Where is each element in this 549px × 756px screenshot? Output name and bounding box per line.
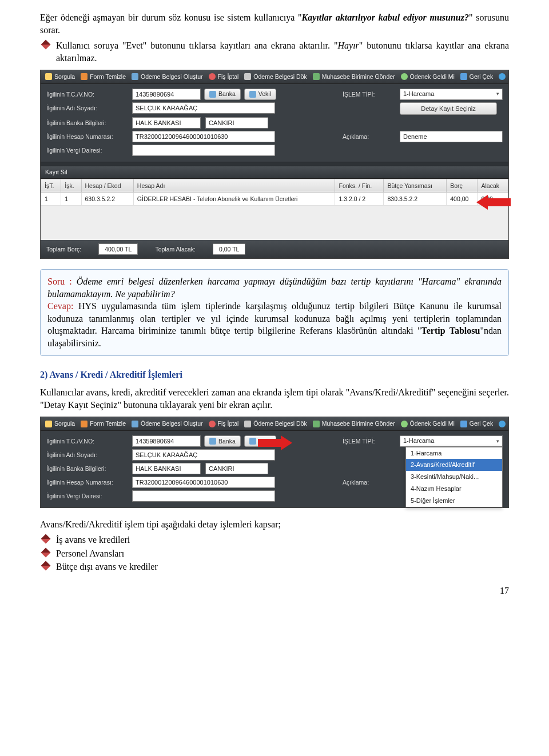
send-icon — [313, 421, 320, 427]
btn-vekil-label: Vekil — [258, 90, 271, 98]
col-borc[interactable]: Borç — [447, 179, 478, 192]
bank-icon — [209, 438, 216, 445]
cell-butce: 830.3.5.2.2 — [384, 192, 447, 205]
dd-opt-1[interactable]: 1-Harcama — [406, 447, 502, 459]
input-tcvno[interactable] — [132, 89, 201, 100]
dd-opt-2[interactable]: 2-Avans/Kredi/Akreditif — [406, 459, 502, 471]
tb2-odenek-geldi-label: Ödenek Geldi Mi — [410, 419, 455, 427]
tb-muhasebe[interactable]: Muhasebe Birimine Gönder — [313, 73, 395, 81]
tb2-odeme-olustur[interactable]: Ödeme Belgesi Oluştur — [132, 419, 203, 427]
col-hesap[interactable]: Hesap / Ekod — [81, 179, 133, 192]
tb-kilavuz-label: Kılavuz — [508, 73, 508, 81]
input-hesap[interactable] — [132, 131, 275, 142]
person-icon — [249, 438, 256, 445]
tb-form-temizle[interactable]: Form Temizle — [81, 73, 126, 81]
person-icon — [249, 91, 256, 98]
tail-bullet-2: Personel Avansları — [56, 547, 509, 560]
form-panel: İlgilinin T.C./V.NO: Banka Vekil İŞLEM T… — [41, 84, 508, 162]
tb2-odeme-dok-label: Ödeme Belgesi Dök — [253, 419, 307, 427]
input-adsoyad[interactable] — [132, 102, 275, 114]
input2-adsoyad[interactable] — [132, 449, 275, 461]
col-butce[interactable]: Bütçe Yansıması — [384, 179, 447, 192]
page-number: 17 — [40, 585, 509, 597]
divider — [41, 162, 508, 166]
tb2-fis-iptal-label: Fiş İptal — [218, 419, 239, 427]
tb-odenek-geldi[interactable]: Ödenek Geldi Mi — [401, 73, 455, 81]
tail-bullet-1: İş avans ve kredileri — [56, 534, 509, 546]
val-toplam-borc: 400,00 TL — [98, 243, 138, 255]
btn-kayit-sil[interactable]: Kayıt Sil — [41, 166, 508, 178]
lbl-banka: İlgilinin Banka Bilgileri: — [46, 117, 126, 129]
doc-plus-icon — [132, 421, 138, 427]
btn-vekil[interactable]: Vekil — [244, 89, 276, 100]
tb-odeme-olustur[interactable]: Ödeme Belgesi Oluştur — [132, 73, 203, 81]
cell-ist: 1 — [41, 192, 61, 205]
val-toplam-alacak: 0,00 TL — [213, 243, 245, 255]
btn2-banka[interactable]: Banka — [204, 435, 241, 447]
btn-banka-label: Banka — [218, 90, 236, 98]
tb2-kilavuz[interactable]: Kılavuz — [499, 419, 508, 427]
print-icon — [244, 421, 251, 427]
col-fonks[interactable]: Fonks. / Fin. — [335, 179, 384, 192]
tail-paragraph: Avans/Kredi/Akreditif işlem tipi aşağıda… — [40, 518, 509, 531]
dd-opt-5[interactable]: 5-Diğer İşlemler — [406, 495, 502, 507]
data-grid: İşT. İşk. Hesap / Ekod Hesap Adı Fonks. … — [41, 179, 508, 206]
dd-opt-4[interactable]: 4-Nazım Hesaplar — [406, 483, 502, 495]
lbl2-aciklama: Açıklama: — [343, 477, 394, 488]
input2-banka-sube[interactable] — [205, 463, 268, 474]
col-alacak[interactable]: Alacak — [478, 179, 508, 192]
input-aciklama[interactable] — [400, 131, 503, 142]
input2-vergi[interactable] — [132, 490, 275, 502]
col-ist[interactable]: İşT. — [41, 179, 61, 192]
btn-banka[interactable]: Banka — [204, 89, 241, 100]
check-icon — [401, 421, 408, 427]
tb2-form-temizle[interactable]: Form Temizle — [81, 419, 126, 427]
tb2-odenek-geldi[interactable]: Ödenek Geldi Mi — [401, 419, 455, 427]
col-isk[interactable]: İşk. — [61, 179, 81, 192]
tail-b1-text: İş avans ve kredileri — [56, 535, 130, 545]
tb-fis-iptal-label: Fiş İptal — [218, 73, 239, 81]
combo2-islem-tipi[interactable]: 1-Harcama▾ — [400, 435, 503, 447]
input2-tcvno[interactable] — [132, 435, 201, 447]
input2-hesap[interactable] — [132, 477, 275, 488]
col-hesap-adi[interactable]: Hesap Adı — [133, 179, 335, 192]
search-icon — [45, 73, 52, 80]
check-icon — [401, 73, 408, 80]
input-banka[interactable] — [132, 117, 201, 129]
tb2-sorgula-label: Sorgula — [54, 419, 75, 427]
chevron-down-icon: ▾ — [496, 90, 499, 97]
soru-text: Ödeme emri belgesi düzenlerken harcama y… — [47, 277, 502, 299]
tail-bullet-3: Bütçe dışı avans ve krediler — [56, 561, 509, 573]
tb-kilavuz[interactable]: Kılavuz — [499, 73, 508, 81]
lbl-tcvno: İlgilinin T.C./V.NO: — [46, 89, 126, 100]
tb2-muhasebe[interactable]: Muhasebe Birimine Gönder — [313, 419, 395, 427]
totals-bar: Toplam Borç: 400,00 TL Toplam Alacak: 0,… — [41, 240, 508, 258]
tb-odeme-dok[interactable]: Ödeme Belgesi Dök — [244, 73, 307, 81]
tail-b3-text: Bütçe dışı avans ve krediler — [56, 562, 158, 571]
tail-b2-text: Personel Avansları — [56, 549, 124, 558]
table-row[interactable]: 1 1 630.3.5.2.2 GİDERLER HESABI - Telefo… — [41, 192, 508, 205]
tb-fis-iptal[interactable]: Fiş İptal — [209, 73, 239, 81]
combo-islem-tipi[interactable]: 1-Harcama▾ — [400, 89, 503, 100]
btn-detay-kayit[interactable]: Detay Kayıt Seçiniz — [400, 102, 497, 115]
tb2-fis-iptal[interactable]: Fiş İptal — [209, 419, 239, 427]
input2-banka[interactable] — [132, 463, 201, 474]
broom-icon — [81, 73, 87, 80]
annotation-arrow-icon — [476, 195, 511, 210]
tb-geri-cek[interactable]: Geri Çek — [460, 73, 493, 81]
cell-isk: 1 — [61, 192, 81, 205]
tb2-form-temizle-label: Form Temizle — [90, 419, 126, 427]
dd-opt-3[interactable]: 3-Kesinti/Mahsup/Naki... — [406, 471, 502, 483]
cevap-label: Cevap: — [47, 301, 73, 311]
tb2-sorgula[interactable]: Sorgula — [45, 419, 75, 427]
input-vergi[interactable] — [132, 145, 275, 156]
cevap-bold: Tertip Tablosu — [421, 326, 480, 335]
intro-text-a: Eğer ödeneği aşmayan bir durum söz konus… — [40, 13, 302, 22]
tb2-geri-cek[interactable]: Geri Çek — [460, 419, 493, 427]
app-screenshot-2: Sorgula Form Temizle Ödeme Belgesi Oluşt… — [40, 417, 509, 507]
combo2-islem-value: 1-Harcama — [403, 437, 434, 445]
form-panel-2: İlgilinin T.C./V.NO: Banka Vekil İŞLEM T… — [41, 431, 508, 507]
input-banka-sube[interactable] — [205, 117, 268, 129]
tb-sorgula[interactable]: Sorgula — [45, 73, 75, 81]
tb2-odeme-dok[interactable]: Ödeme Belgesi Dök — [244, 419, 307, 427]
